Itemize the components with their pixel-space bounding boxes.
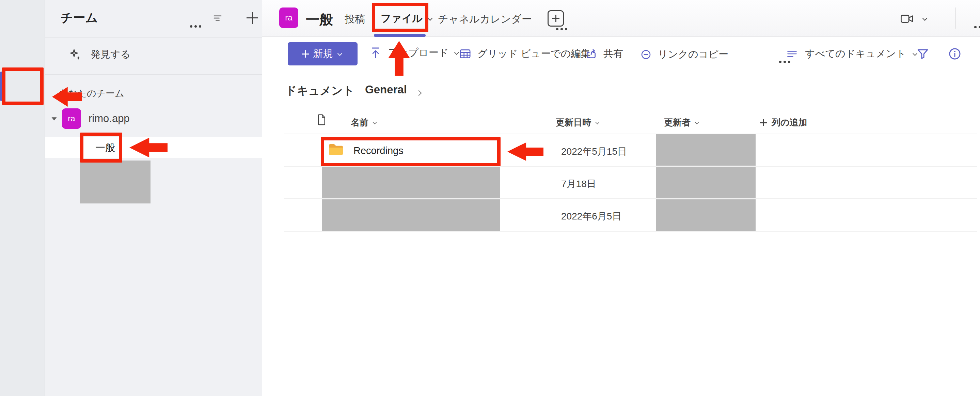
- channel-title: 一般: [306, 10, 333, 29]
- add-column-label: 列の追加: [772, 117, 807, 128]
- row-separator: [284, 134, 977, 134]
- column-name-label: 名前: [351, 117, 368, 128]
- meet-button[interactable]: [898, 11, 929, 26]
- header-more-icon[interactable]: [974, 26, 980, 29]
- view-selector-label: すべてのドキュメント: [805, 47, 906, 61]
- chevron-expanded-icon[interactable]: [50, 114, 59, 123]
- camera-icon: [898, 11, 915, 26]
- column-header-modified[interactable]: 更新日時: [556, 117, 601, 128]
- upload-button[interactable]: アップロード: [368, 46, 461, 60]
- annotation-box-teams-rail: [2, 67, 44, 105]
- discover-label: 発見する: [91, 48, 130, 61]
- plus-icon: [760, 119, 767, 126]
- chevron-down-icon: [337, 50, 344, 57]
- copy-link-button[interactable]: リンクのコピー: [640, 48, 729, 61]
- file-modified-date: 7月18日: [561, 177, 596, 190]
- channel-avatar: ra: [279, 8, 298, 28]
- sidebar-title: チーム: [60, 10, 98, 26]
- row-separator: [284, 198, 977, 199]
- tab-posts[interactable]: 投稿: [345, 12, 365, 26]
- row-separator: [284, 232, 977, 232]
- redacted-modified-by: [656, 200, 756, 231]
- breadcrumb-root[interactable]: ドキュメント: [285, 83, 355, 99]
- redacted-modified-by: [656, 134, 756, 166]
- teams-app-window: アクティビ... チャット チーム カレンダー 通話 OneDrive B Bo…: [0, 0, 980, 396]
- toolbar-more-icon[interactable]: [779, 61, 791, 63]
- channel-avatar-initials: ra: [285, 13, 292, 22]
- document-type-column-icon[interactable]: [315, 112, 328, 127]
- redacted-file-name: [322, 167, 500, 198]
- redacted-file-name: [322, 200, 500, 231]
- view-selector[interactable]: すべてのドキュメント: [785, 47, 919, 61]
- share-button[interactable]: 共有: [584, 47, 623, 61]
- sidebar-more-icon[interactable]: [190, 25, 202, 28]
- team-name-label: rimo.app: [89, 112, 130, 125]
- column-header-name[interactable]: 名前: [351, 117, 379, 128]
- redacted-channel-block: [80, 161, 151, 203]
- breadcrumb-chevron-icon: [416, 89, 422, 97]
- sidebar-divider-2: [45, 74, 262, 75]
- sidebar-item-discover[interactable]: 発見する: [68, 48, 130, 61]
- channel-header: [262, 0, 980, 37]
- copy-link-label: リンクのコピー: [658, 48, 729, 61]
- annotation-box-general-channel: [80, 133, 122, 163]
- link-icon: [640, 48, 652, 61]
- new-button-label: 新規: [313, 47, 333, 61]
- info-icon[interactable]: [947, 46, 962, 61]
- sidebar-filter-icon[interactable]: [211, 11, 224, 24]
- plus-icon: [552, 14, 560, 22]
- file-modified-date: 2022年5月15日: [561, 145, 627, 158]
- plus-icon: [302, 50, 309, 57]
- file-modified-date: 2022年6月5日: [561, 210, 621, 223]
- upload-icon: [368, 46, 383, 60]
- add-column-button[interactable]: 列の追加: [760, 117, 807, 128]
- column-header-modified-by[interactable]: 更新者: [664, 117, 701, 128]
- list-lines-icon: [785, 47, 799, 61]
- active-tab-underline: [374, 34, 426, 37]
- grid-icon: [458, 47, 472, 61]
- tab-overflow-icon[interactable]: [556, 28, 568, 31]
- sidebar-add-team-icon[interactable]: [247, 12, 258, 24]
- new-button[interactable]: 新規: [288, 42, 358, 65]
- tab-channel-calendar[interactable]: チャネルカレンダー: [438, 12, 532, 26]
- team-avatar-initials: ra: [68, 114, 75, 123]
- filter-funnel-icon[interactable]: [915, 46, 930, 61]
- annotation-box-recordings: [321, 137, 501, 166]
- redacted-modified-by: [656, 167, 756, 198]
- chevron-down-icon: [372, 120, 378, 125]
- app-rail: [0, 0, 45, 396]
- grid-view-edit-button[interactable]: グリッド ビューでの編集: [458, 47, 591, 61]
- sparkle-icon: [68, 48, 82, 61]
- sidebar-divider: [45, 37, 262, 38]
- meet-chevron-icon: [922, 15, 929, 22]
- add-tab-button[interactable]: [547, 10, 564, 27]
- column-modified-by-label: 更新者: [664, 117, 690, 128]
- annotation-box-files-tab: [372, 3, 428, 32]
- chevron-down-icon: [595, 120, 601, 125]
- team-avatar: ra: [62, 109, 81, 129]
- share-label: 共有: [603, 47, 623, 61]
- chevron-down-icon: [695, 120, 700, 125]
- column-modified-label: 更新日時: [556, 117, 591, 128]
- grid-view-edit-label: グリッド ビューでの編集: [477, 47, 591, 61]
- sidebar-team-rimo[interactable]: ra rimo.app: [50, 109, 130, 129]
- share-icon: [584, 47, 598, 61]
- breadcrumb-current[interactable]: General: [365, 83, 407, 96]
